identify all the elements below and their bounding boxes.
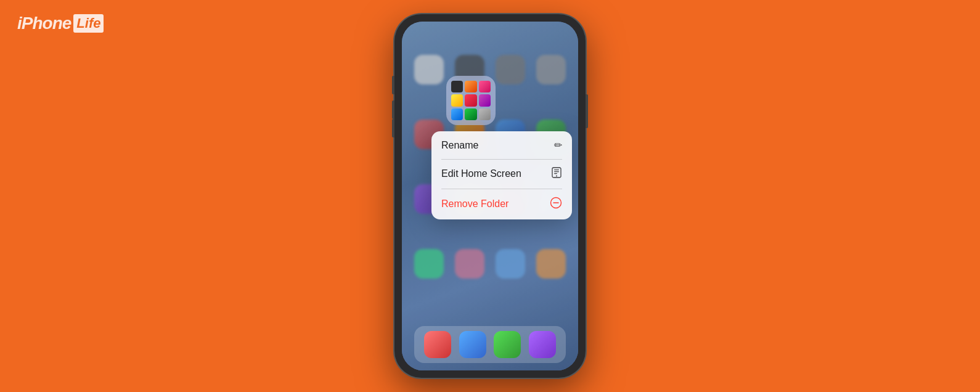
edit-home-screen-label: Edit Home Screen	[441, 168, 521, 179]
dock-icon-2	[459, 331, 486, 358]
dock-icon-3	[494, 331, 521, 358]
folder-icon[interactable]	[446, 76, 496, 125]
rename-label: Rename	[441, 140, 478, 151]
dock-icon-1	[424, 331, 451, 358]
iphone-life-logo: iPhone Life	[17, 14, 104, 33]
phone-mockup: Rename ✏ Edit Home Screen	[394, 14, 586, 378]
phone-screen: Rename ✏ Edit Home Screen	[402, 22, 578, 370]
folder-app-3	[479, 81, 491, 92]
dock-icon-4	[529, 331, 556, 358]
edit-home-screen-icon	[551, 167, 562, 181]
remove-folder-menu-item[interactable]: Remove Folder	[431, 189, 572, 219]
folder-app-5	[465, 94, 476, 106]
folder-app-7	[451, 108, 463, 120]
folder-app-4	[451, 94, 463, 106]
svg-rect-2	[554, 171, 559, 172]
phone-dock	[414, 326, 566, 363]
remove-folder-label: Remove Folder	[441, 198, 508, 210]
rename-icon: ✏	[554, 139, 562, 151]
folder-app-2	[465, 81, 476, 92]
svg-rect-1	[554, 169, 559, 170]
edit-home-screen-menu-item[interactable]: Edit Home Screen	[431, 159, 572, 189]
svg-point-4	[556, 176, 557, 177]
logo-life-text: Life	[73, 14, 104, 33]
remove-folder-icon	[550, 197, 562, 211]
folder-app-6	[479, 94, 491, 106]
rename-menu-item[interactable]: Rename ✏	[431, 131, 572, 159]
context-menu: Rename ✏ Edit Home Screen	[431, 131, 572, 219]
folder-app-8	[465, 108, 476, 120]
folder-app-1	[451, 81, 463, 92]
logo-iphone-text: iPhone	[17, 14, 71, 33]
folder-app-9	[479, 108, 491, 120]
phone-frame: Rename ✏ Edit Home Screen	[394, 14, 586, 378]
svg-rect-3	[554, 173, 557, 174]
